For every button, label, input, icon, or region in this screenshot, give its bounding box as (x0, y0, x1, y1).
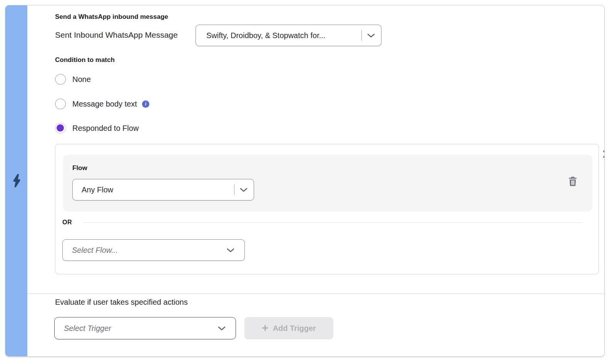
add-trigger-button[interactable]: + Add Trigger (244, 317, 333, 339)
add-trigger-label: Add Trigger (273, 324, 316, 333)
chevron-down-icon (218, 326, 226, 331)
radio-label: None (72, 75, 91, 84)
flow-label: Flow (72, 164, 87, 172)
radio-circle-selected[interactable] (55, 123, 66, 134)
close-icon[interactable] (602, 149, 605, 159)
dropdown-divider (234, 184, 234, 195)
select-flow-dropdown[interactable]: Select Flow... (62, 239, 245, 261)
chevron-down-icon (227, 248, 234, 252)
evaluate-actions-heading: Evaluate if user takes specified actions (55, 298, 188, 307)
trash-icon[interactable] (567, 176, 578, 187)
message-source-dropdown[interactable]: Swifty, Droidboy, & Stopwatch for... (196, 25, 381, 46)
trigger-config-content: Send a WhatsApp inbound message Sent Inb… (27, 5, 604, 356)
section-title: Send a WhatsApp inbound message (55, 13, 168, 21)
select-trigger-dropdown[interactable]: Select Trigger (54, 317, 236, 339)
message-source-label: Sent Inbound WhatsApp Message (55, 30, 178, 40)
radio-circle[interactable] (55, 74, 66, 85)
trigger-config-card: Send a WhatsApp inbound message Sent Inb… (5, 5, 605, 357)
or-divider-line (83, 222, 582, 223)
radio-option-responded-to-flow[interactable]: Responded to Flow (55, 123, 139, 134)
chevron-down-icon (367, 33, 375, 38)
radio-label: Message body text (72, 100, 137, 109)
flow-dropdown-value: Any Flow (82, 185, 113, 194)
radio-option-message-body-text[interactable]: Message body text i (55, 99, 149, 109)
section-divider (27, 294, 604, 294)
info-icon[interactable]: i (142, 100, 149, 108)
chevron-down-icon (240, 188, 247, 192)
radio-option-none[interactable]: None (55, 74, 91, 85)
or-separator: OR (62, 219, 582, 226)
condition-to-match-label: Condition to match (55, 56, 115, 64)
radio-label: Responded to Flow (72, 124, 139, 133)
lightning-bolt-icon (12, 174, 22, 188)
flow-dropdown[interactable]: Any Flow (72, 179, 254, 200)
radio-circle[interactable] (55, 99, 66, 109)
select-flow-placeholder: Select Flow... (72, 246, 118, 255)
dropdown-divider (361, 30, 362, 41)
accent-bar (5, 5, 27, 356)
message-source-dropdown-value: Swifty, Droidboy, & Stopwatch for... (206, 31, 325, 40)
plus-icon: + (262, 322, 269, 334)
responded-to-flow-panel: Flow Any Flow (55, 144, 599, 274)
or-label: OR (62, 219, 72, 226)
select-trigger-placeholder: Select Trigger (64, 324, 111, 333)
flow-condition-row: Flow Any Flow (63, 155, 592, 212)
